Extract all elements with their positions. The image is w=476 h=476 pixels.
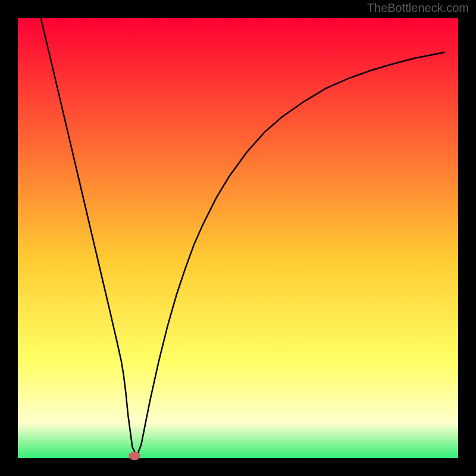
plot-background — [18, 18, 458, 458]
attribution-text: TheBottleneck.com — [367, 1, 469, 15]
minimum-marker — [129, 452, 140, 460]
chart-container: TheBottleneck.com — [0, 0, 476, 476]
bottleneck-chart — [0, 0, 476, 476]
